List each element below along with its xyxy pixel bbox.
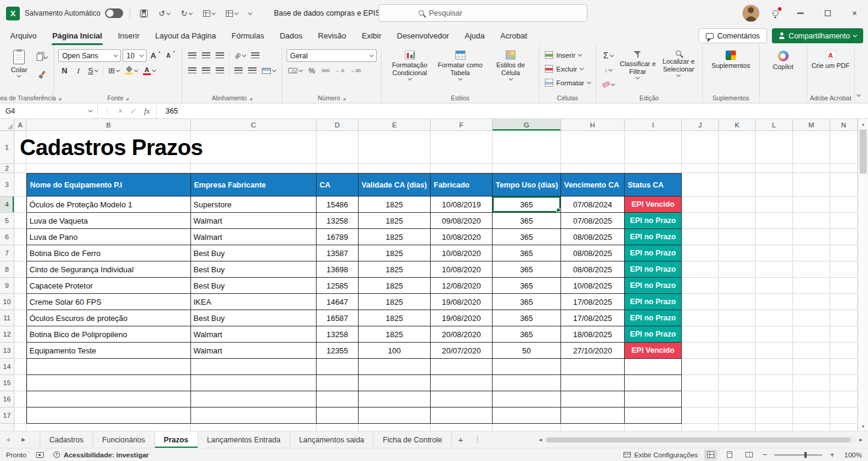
borders-button[interactable]: ⊞ — [106, 65, 121, 77]
number-format-select[interactable]: Geral — [287, 49, 377, 62]
cell-L18[interactable] — [756, 424, 793, 431]
cell-G17[interactable] — [493, 408, 561, 424]
cell-K4[interactable] — [719, 197, 756, 213]
cell-L16[interactable] — [756, 391, 793, 408]
cell-E5[interactable]: 1825 — [359, 213, 431, 229]
cell-K6[interactable] — [719, 229, 756, 245]
column-header-F[interactable]: F — [431, 119, 493, 131]
cell-H13[interactable]: 27/10/2020 — [561, 343, 625, 359]
zoom-knob[interactable] — [804, 452, 807, 458]
insert-cells-button[interactable]: Inserir — [544, 49, 592, 61]
cell-I18[interactable] — [625, 424, 682, 431]
cell-G16[interactable] — [493, 391, 561, 408]
cell-G4[interactable]: 365 — [493, 197, 561, 213]
cell-D10[interactable]: 14647 — [317, 294, 359, 310]
cell-A9[interactable] — [14, 278, 26, 294]
zoom-slider[interactable] — [774, 454, 822, 456]
row-header-1[interactable]: 1 — [0, 131, 14, 164]
cell-B12[interactable]: Botina Bico de Polipropileno — [26, 326, 191, 343]
cell-M18[interactable] — [793, 424, 830, 431]
cell-A12[interactable] — [14, 326, 26, 343]
insert-function-button[interactable]: fx — [144, 106, 150, 116]
cell-D11[interactable]: 16587 — [317, 310, 359, 326]
cell-N15[interactable] — [830, 375, 858, 391]
addins-button[interactable]: Suplementos — [707, 48, 755, 70]
font-size-select[interactable]: 10 — [123, 49, 147, 62]
cell-H6[interactable]: 08/08/2025 — [561, 229, 625, 245]
column-header-N[interactable]: N — [830, 119, 858, 131]
cell-G3[interactable]: Tempo Uso (dias) — [493, 173, 561, 197]
cell-H10[interactable]: 17/08/2025 — [561, 294, 625, 310]
cell-I1[interactable] — [625, 131, 682, 164]
cell-J18[interactable] — [682, 424, 719, 431]
cell-A14[interactable] — [14, 359, 26, 375]
ribbon-tab-pagina-inicial[interactable]: Página Inicial — [44, 26, 110, 45]
zoom-in-button[interactable]: + — [828, 450, 836, 459]
cell-A2[interactable] — [14, 164, 26, 173]
cancel-entry-button[interactable]: × — [118, 107, 123, 115]
cell-G11[interactable]: 365 — [493, 310, 561, 326]
sheet-tab-cadastros[interactable]: Cadastros — [40, 432, 93, 448]
cell-H8[interactable]: 08/08/2025 — [561, 261, 625, 278]
row-header-10[interactable]: 10 — [0, 294, 14, 310]
cell-E7[interactable]: 1825 — [359, 245, 431, 261]
zoom-level[interactable]: 100% — [842, 451, 862, 459]
cell-F13[interactable]: 20/07/2020 — [431, 343, 493, 359]
cell-E12[interactable]: 1825 — [359, 326, 431, 343]
cell-I2[interactable] — [625, 164, 682, 173]
column-header-J[interactable]: J — [682, 119, 719, 131]
percent-style-button[interactable]: % — [306, 65, 318, 77]
cell-L4[interactable] — [756, 197, 793, 213]
row-header-4[interactable]: 4 — [0, 197, 14, 213]
sheet-tab-ficha-de-controle[interactable]: Ficha de Controle — [374, 432, 452, 448]
undo-button[interactable]: ↺ — [156, 7, 173, 20]
cell-C11[interactable]: Best Buy — [191, 310, 317, 326]
scrollbar-track[interactable] — [858, 174, 868, 421]
row-header-3[interactable]: 3 — [0, 173, 14, 197]
cell-M15[interactable] — [793, 375, 830, 391]
macro-record-button[interactable] — [36, 452, 44, 458]
sort-filter-button[interactable]: Classificar e Filtrar — [619, 48, 657, 90]
cell-C15[interactable] — [191, 375, 317, 391]
cell-M11[interactable] — [793, 310, 830, 326]
search-input[interactable] — [429, 9, 567, 17]
cell-J14[interactable] — [682, 359, 719, 375]
cell-E10[interactable]: 1825 — [359, 294, 431, 310]
cell-H4[interactable]: 07/08/2024 — [561, 197, 625, 213]
cell-M10[interactable] — [793, 294, 830, 310]
cell-H9[interactable]: 10/08/2025 — [561, 278, 625, 294]
page-layout-view-button[interactable] — [723, 450, 736, 460]
row-header-13[interactable]: 13 — [0, 343, 14, 359]
dialog-launcher-icon[interactable]: ◢ — [342, 96, 345, 100]
cell-J10[interactable] — [682, 294, 719, 310]
bold-button[interactable]: N — [58, 65, 70, 77]
cell-L1[interactable] — [756, 131, 793, 164]
scrollbar-track[interactable] — [545, 436, 856, 443]
cell-D15[interactable] — [317, 375, 359, 391]
cell-E1[interactable] — [359, 131, 431, 164]
cell-D9[interactable]: 12585 — [317, 278, 359, 294]
cell-A15[interactable] — [14, 375, 26, 391]
sheet-tab-prazos[interactable]: Prazos — [155, 432, 198, 448]
cell-M13[interactable] — [793, 343, 830, 359]
customize-qat-button[interactable] — [246, 10, 255, 17]
normal-view-button[interactable] — [704, 450, 717, 460]
cell-G2[interactable] — [493, 164, 561, 173]
cell-L12[interactable] — [756, 326, 793, 343]
cell-E14[interactable] — [359, 359, 431, 375]
cell-F4[interactable]: 10/08/2019 — [431, 197, 493, 213]
cell-K11[interactable] — [719, 310, 756, 326]
column-header-A[interactable]: A — [14, 119, 26, 131]
cell-L9[interactable] — [756, 278, 793, 294]
cell-N4[interactable] — [830, 197, 858, 213]
cell-L2[interactable] — [756, 164, 793, 173]
cell-G15[interactable] — [493, 375, 561, 391]
cell-C9[interactable]: Best Buy — [191, 278, 317, 294]
confirm-entry-button[interactable]: ✓ — [130, 107, 136, 115]
cell-N14[interactable] — [830, 359, 858, 375]
cell-H3[interactable]: Vencimento CA — [561, 173, 625, 197]
cell-H11[interactable]: 17/08/2025 — [561, 310, 625, 326]
sheet-tab-funcionarios[interactable]: Funcionários — [93, 432, 155, 448]
cell-J9[interactable] — [682, 278, 719, 294]
cell-F17[interactable] — [431, 408, 493, 424]
